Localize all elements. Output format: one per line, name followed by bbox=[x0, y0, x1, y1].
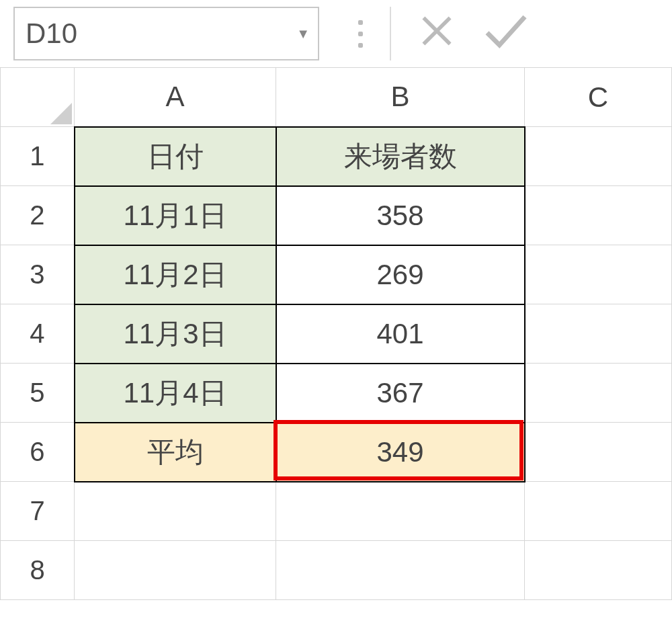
cell-A4[interactable]: 11月3日 bbox=[75, 304, 276, 364]
name-box-value: D10 bbox=[26, 17, 77, 50]
cell-C3[interactable] bbox=[525, 245, 672, 304]
select-all-corner[interactable] bbox=[1, 68, 75, 127]
cell-B2[interactable]: 358 bbox=[276, 186, 525, 245]
cell-C5[interactable] bbox=[525, 364, 672, 423]
col-header-A[interactable]: A bbox=[75, 68, 276, 127]
cell-C2[interactable] bbox=[525, 186, 672, 245]
cell-C6[interactable] bbox=[525, 423, 672, 482]
separator bbox=[390, 7, 391, 60]
cell-B1[interactable]: 来場者数 bbox=[276, 127, 525, 186]
cell-A7[interactable] bbox=[75, 482, 276, 541]
cell-A2[interactable]: 11月1日 bbox=[75, 186, 276, 245]
cell-B7[interactable] bbox=[276, 482, 525, 541]
cell-C4[interactable] bbox=[525, 304, 672, 364]
row-header-6[interactable]: 6 bbox=[1, 423, 75, 482]
row-header-7[interactable]: 7 bbox=[1, 482, 75, 541]
row-header-5[interactable]: 5 bbox=[1, 364, 75, 423]
drag-handle-icon bbox=[358, 20, 363, 48]
cell-B6[interactable]: 349 bbox=[276, 423, 525, 482]
confirm-icon[interactable] bbox=[482, 7, 530, 60]
cell-A8[interactable] bbox=[75, 541, 276, 600]
cell-B3[interactable]: 269 bbox=[276, 245, 525, 304]
spreadsheet-grid: A B C 1 日付 来場者数 2 11月1日 358 3 11月2日 269 … bbox=[0, 67, 672, 600]
cell-C1[interactable] bbox=[525, 127, 672, 186]
row-header-1[interactable]: 1 bbox=[1, 127, 75, 186]
row-header-3[interactable]: 3 bbox=[1, 245, 75, 304]
name-box[interactable]: D10 ▼ bbox=[13, 7, 319, 60]
cell-B4[interactable]: 401 bbox=[276, 304, 525, 364]
cell-C8[interactable] bbox=[525, 541, 672, 600]
col-header-B[interactable]: B bbox=[276, 68, 525, 127]
dropdown-icon[interactable]: ▼ bbox=[296, 26, 310, 42]
cell-C7[interactable] bbox=[525, 482, 672, 541]
cell-A6[interactable]: 平均 bbox=[75, 423, 276, 482]
cell-A3[interactable]: 11月2日 bbox=[75, 245, 276, 304]
cell-B5[interactable]: 367 bbox=[276, 364, 525, 423]
formula-bar: D10 ▼ bbox=[0, 0, 672, 67]
col-header-C[interactable]: C bbox=[525, 68, 672, 127]
row-header-8[interactable]: 8 bbox=[1, 541, 75, 600]
cell-A5[interactable]: 11月4日 bbox=[75, 364, 276, 423]
cell-A1[interactable]: 日付 bbox=[75, 127, 276, 186]
cancel-icon[interactable] bbox=[418, 12, 456, 56]
svg-marker-2 bbox=[50, 103, 72, 124]
formula-bar-buttons bbox=[331, 7, 530, 60]
cell-B8[interactable] bbox=[276, 541, 525, 600]
row-header-2[interactable]: 2 bbox=[1, 186, 75, 245]
row-header-4[interactable]: 4 bbox=[1, 304, 75, 364]
